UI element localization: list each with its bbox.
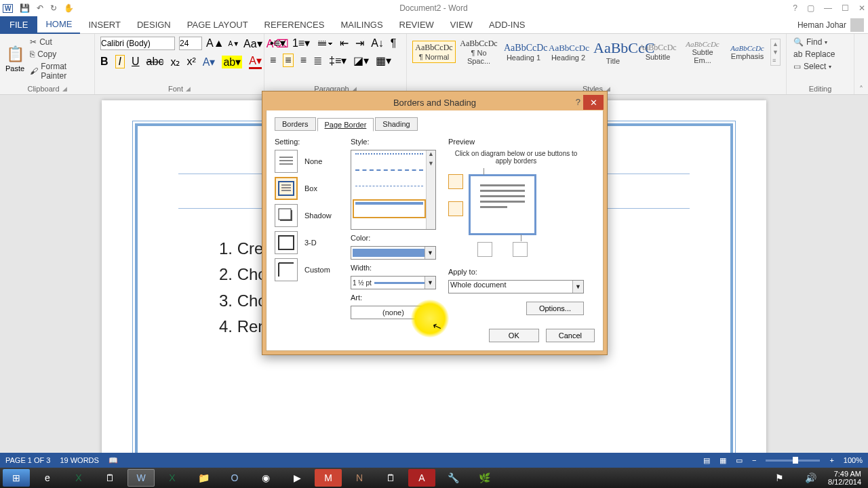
dlg-tab-borders[interactable]: Borders <box>275 117 316 131</box>
clipboard-launcher-icon[interactable]: ◢ <box>62 85 67 92</box>
multilevel-icon[interactable]: ⩸▾ <box>317 37 333 49</box>
status-words[interactable]: 19 WORDS <box>60 456 98 464</box>
style-heading1[interactable]: AaBbCcDcHeading 1 <box>502 41 545 64</box>
tab-review[interactable]: REVIEW <box>391 16 442 33</box>
highlight-icon[interactable]: ab▾ <box>222 56 242 68</box>
styles-more-icon[interactable]: ≡ <box>772 57 778 64</box>
sort-icon[interactable]: A↓ <box>371 37 384 49</box>
bold-button[interactable]: B <box>100 56 108 68</box>
shrink-font-icon[interactable]: A▼ <box>229 40 240 47</box>
font-size-combo[interactable] <box>179 37 202 50</box>
applyto-select[interactable]: Whole document▼ <box>448 280 584 293</box>
cut-button[interactable]: ✂Cut <box>28 37 89 47</box>
tab-design[interactable]: DESIGN <box>129 16 179 33</box>
taskbar-notepad-icon[interactable]: 🗒 <box>377 469 404 487</box>
web-layout-icon[interactable]: ▭ <box>736 456 743 465</box>
taskbar-onenote-icon[interactable]: N <box>346 469 373 487</box>
font-launcher-icon[interactable]: ◢ <box>186 85 191 92</box>
close-window-icon[interactable]: ✕ <box>859 3 865 13</box>
start-button[interactable]: ⊞ <box>3 469 30 487</box>
taskbar-excel2-icon[interactable]: X <box>159 469 186 487</box>
dialog-help-icon[interactable]: ? <box>576 97 580 107</box>
superscript-button[interactable]: x² <box>186 56 195 68</box>
taskbar-word-icon[interactable]: W <box>127 469 155 487</box>
setting-shadow[interactable]: Shadow <box>275 204 342 227</box>
taskbar-ie-icon[interactable]: e <box>34 469 61 487</box>
tab-references[interactable]: REFERENCES <box>256 16 333 33</box>
tab-view[interactable]: VIEW <box>442 16 481 33</box>
bullets-icon[interactable]: •≡▾ <box>270 37 285 49</box>
setting-box[interactable]: Box <box>275 177 342 200</box>
italic-button[interactable]: I <box>115 55 125 68</box>
maximize-icon[interactable]: ☐ <box>842 3 849 13</box>
color-combo[interactable]: ▼ <box>351 246 436 260</box>
font-name-combo[interactable] <box>100 37 175 50</box>
avatar[interactable] <box>850 18 864 32</box>
zoom-in-icon[interactable]: + <box>829 456 833 464</box>
setting-none[interactable]: None <box>275 150 342 173</box>
taskbar-app2-icon[interactable]: 🌿 <box>471 469 498 487</box>
style-scroll-up-icon[interactable]: ▲ <box>427 150 435 160</box>
border-left-button[interactable] <box>477 242 492 257</box>
format-painter-button[interactable]: 🖌Format Painter <box>28 61 89 81</box>
tab-mailings[interactable]: MAILINGS <box>332 16 391 33</box>
touch-mode-icon[interactable]: ✋ <box>64 3 74 13</box>
grow-font-icon[interactable]: A▲ <box>206 37 224 49</box>
taskbar-explorer-icon[interactable]: 📁 <box>190 469 217 487</box>
save-icon[interactable]: 💾 <box>20 3 30 13</box>
border-top-button[interactable] <box>448 174 463 189</box>
border-right-button[interactable] <box>513 242 528 257</box>
show-marks-icon[interactable]: ¶ <box>391 37 397 49</box>
border-bottom-button[interactable] <box>448 201 463 216</box>
proofing-icon[interactable]: 📖 <box>108 456 118 465</box>
redo-icon[interactable]: ↻ <box>50 3 57 13</box>
style-normal[interactable]: AaBbCcDc¶ Normal <box>412 41 456 63</box>
tab-home[interactable]: HOME <box>37 16 80 34</box>
text-effects-icon[interactable]: A▾ <box>203 56 216 68</box>
align-right-icon[interactable]: ≡ <box>300 54 307 66</box>
ribbon-display-icon[interactable]: ▢ <box>807 3 814 13</box>
tab-addins[interactable]: ADD-INS <box>481 16 533 33</box>
collapse-ribbon-icon[interactable]: ˄ <box>854 34 868 94</box>
tray-flag-icon[interactable]: ⚑ <box>766 469 793 487</box>
line-spacing-icon[interactable]: ‡≡▾ <box>329 54 347 67</box>
status-page[interactable]: PAGE 1 OF 3 <box>5 456 50 464</box>
styles-down-icon[interactable]: ▼ <box>772 49 778 56</box>
justify-icon[interactable]: ≣ <box>313 54 322 67</box>
paste-label[interactable]: Paste <box>5 64 24 73</box>
tray-volume-icon[interactable]: 🔊 <box>797 469 824 487</box>
styles-gallery[interactable]: AaBbCcDc¶ Normal AaBbCcDc¶ No Spac... Aa… <box>412 37 781 67</box>
setting-3d[interactable]: 3-D <box>275 231 342 254</box>
borders-icon[interactable]: ▦▾ <box>376 54 391 67</box>
tab-file[interactable]: FILE <box>0 16 37 34</box>
dlg-tab-shading[interactable]: Shading <box>375 117 417 131</box>
align-center-icon[interactable]: ≡ <box>283 54 293 67</box>
font-color-icon[interactable]: A▾ <box>249 54 262 69</box>
zoom-slider[interactable] <box>766 460 820 462</box>
dialog-close-icon[interactable]: ✕ <box>583 95 604 110</box>
taskbar-outlook-icon[interactable]: O <box>221 469 248 487</box>
zoom-value[interactable]: 100% <box>844 456 863 464</box>
style-nospacing[interactable]: AaBbCcDc¶ No Spac... <box>457 37 500 67</box>
style-emphasis[interactable]: AaBbCcDcEmphasis <box>726 42 769 62</box>
taskbar-notes-icon[interactable]: 🗒 <box>96 469 123 487</box>
find-button[interactable]: 🔍Find▾ <box>792 37 848 47</box>
taskbar-m-icon[interactable]: M <box>315 469 342 487</box>
change-case-icon[interactable]: Aa▾ <box>243 37 262 50</box>
taskbar-chrome-icon[interactable]: ◉ <box>252 469 279 487</box>
options-button[interactable]: Options... <box>526 302 584 315</box>
align-left-icon[interactable]: ≡ <box>270 54 276 66</box>
strike-button[interactable]: abc <box>146 56 164 68</box>
style-subtle-em[interactable]: AaBbCcDcSubtle Em... <box>681 38 724 66</box>
art-combo[interactable]: (none)▼ <box>351 306 436 319</box>
select-button[interactable]: ▭Select▾ <box>792 61 848 72</box>
style-subtitle[interactable]: AaBbCcDcSubtitle <box>636 41 679 63</box>
style-list[interactable]: ▲▼ <box>351 150 436 230</box>
width-combo[interactable]: 1 ½ pt▼ <box>351 276 436 289</box>
inc-indent-icon[interactable]: ⇥ <box>355 37 364 49</box>
replace-button[interactable]: abReplace <box>792 49 848 60</box>
subscript-button[interactable]: x₂ <box>170 56 180 68</box>
user-name[interactable]: Heman Johar <box>797 20 850 30</box>
setting-custom[interactable]: Custom <box>275 258 342 281</box>
style-heading2[interactable]: AaBbCcDcHeading 2 <box>547 41 590 64</box>
